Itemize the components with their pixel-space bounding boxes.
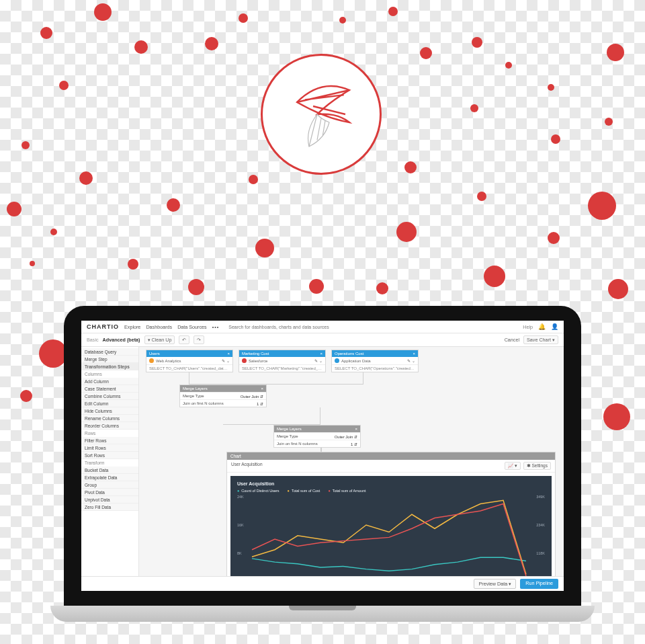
sidebar-reorder-columns[interactable]: Reorder Columns bbox=[81, 422, 138, 430]
sidebar-extrapolate-data[interactable]: Extrapolate Data bbox=[81, 474, 138, 481]
laptop-mockup: CHARTIO Explore Dashboards Data Sources … bbox=[64, 306, 581, 622]
legend-users[interactable]: Count of Distinct Users bbox=[237, 489, 280, 493]
sidebar-case-statement[interactable]: Case Statement bbox=[81, 385, 138, 393]
nav-data-sources[interactable]: Data Sources bbox=[177, 324, 207, 330]
sidebar-sort-rows[interactable]: Sort Rows bbox=[81, 452, 138, 459]
legend-amount[interactable]: Total sum of Amount bbox=[328, 489, 366, 493]
source-icon bbox=[242, 358, 247, 363]
merge-layers-1[interactable]: Merge Layers× Merge TypeOuter Join ⇵ Joi… bbox=[179, 385, 267, 407]
source-icon bbox=[335, 358, 339, 363]
close-icon[interactable]: × bbox=[261, 387, 263, 391]
sidebar-filter-rows[interactable]: Filter Rows bbox=[81, 437, 138, 444]
sidebar-group-columns: Columns bbox=[81, 370, 138, 378]
sidebar-pivot-data[interactable]: Pivot Data bbox=[81, 489, 138, 496]
chart-type-button[interactable]: 📈 ▾ bbox=[505, 462, 521, 470]
merge-layers-2[interactable]: Merge Layers× Merge TypeOuter Join ⇵ Joi… bbox=[273, 425, 361, 448]
brand: CHARTIO bbox=[87, 323, 119, 330]
app-screen: CHARTIO Explore Dashboards Data Sources … bbox=[81, 321, 564, 591]
sidebar-limit-rows[interactable]: Limit Rows bbox=[81, 444, 138, 452]
save-chart-button[interactable]: Save Chart ▾ bbox=[523, 335, 558, 344]
chart-title: User Acquisition bbox=[237, 481, 545, 486]
sidebar-zero-fill-data[interactable]: Zero Fill Data bbox=[81, 504, 138, 511]
pipeline-canvas[interactable]: Users× Web Analytics✎ ⌄ SELECT TO_CHAR("… bbox=[139, 347, 564, 576]
sidebar-group-rows: Rows bbox=[81, 430, 138, 437]
sidebar-edit-column[interactable]: Edit Column bbox=[81, 400, 138, 407]
step-sidebar: Database Query Merge Step Transformation… bbox=[81, 347, 139, 576]
card-users[interactable]: Users× Web Analytics✎ ⌄ SELECT TO_CHAR("… bbox=[146, 350, 233, 372]
sidebar-bucket-data[interactable]: Bucket Data bbox=[81, 467, 138, 474]
chart-subtitle: User Acquisition bbox=[231, 462, 263, 470]
sidebar-db-query[interactable]: Database Query bbox=[81, 348, 138, 356]
sidebar-combine-columns[interactable]: Combine Columns bbox=[81, 393, 138, 400]
sidebar-group-step[interactable]: Group bbox=[81, 481, 138, 489]
sidebar-unpivot-data[interactable]: Unpivot Data bbox=[81, 496, 138, 504]
run-pipeline-button[interactable]: Run Pipeline bbox=[520, 579, 558, 589]
sidebar-group-transform: Transform bbox=[81, 459, 138, 467]
sidebar-section-steps: Transformation Steps bbox=[81, 363, 138, 370]
redo-button[interactable]: ↷ bbox=[194, 335, 204, 344]
cancel-button[interactable]: Cancel bbox=[505, 337, 519, 343]
footer-bar: Preview Data ▾ Run Pipeline bbox=[81, 576, 564, 591]
top-bar: CHARTIO Explore Dashboards Data Sources … bbox=[81, 321, 564, 333]
mode-advanced[interactable]: Advanced (beta) bbox=[103, 337, 140, 343]
sidebar-add-column[interactable]: Add Column bbox=[81, 378, 138, 385]
user-icon[interactable]: 👤 bbox=[551, 323, 558, 330]
close-icon[interactable]: × bbox=[227, 352, 230, 356]
top-nav: Explore Dashboards Data Sources ••• bbox=[124, 324, 219, 330]
undo-button[interactable]: ↶ bbox=[179, 335, 189, 344]
sidebar-merge-step[interactable]: Merge Step bbox=[81, 356, 138, 363]
sql-server-logo bbox=[261, 54, 382, 175]
sidebar-rename-columns[interactable]: Rename Columns bbox=[81, 415, 138, 422]
mode-basic[interactable]: Basic bbox=[87, 337, 99, 343]
card-operations[interactable]: Operations Cost× Application Data✎ ⌄ SEL… bbox=[331, 350, 419, 372]
chart-panel: Chart User Acquisition 📈 ▾ ✱ Settings Us… bbox=[226, 452, 556, 576]
chart-plot: 08K16K24K2.77K118K234K349KSep 2016Nov 20… bbox=[237, 495, 545, 576]
nav-dashboards[interactable]: Dashboards bbox=[146, 324, 172, 330]
nav-explore[interactable]: Explore bbox=[124, 324, 140, 330]
close-icon[interactable]: × bbox=[320, 352, 322, 356]
bell-icon[interactable]: 🔔 bbox=[538, 323, 546, 330]
card-marketing[interactable]: Marketing Cost× Salesforce✎ ⌄ SELECT TO_… bbox=[239, 350, 326, 372]
nav-more-icon[interactable]: ••• bbox=[212, 324, 220, 330]
cleanup-button[interactable]: ▾ Clean Up bbox=[144, 335, 175, 344]
chart-settings-button[interactable]: ✱ Settings bbox=[523, 462, 551, 470]
sidebar-hide-columns[interactable]: Hide Columns bbox=[81, 407, 138, 415]
source-icon bbox=[149, 358, 154, 363]
preview-data-button[interactable]: Preview Data ▾ bbox=[474, 579, 516, 589]
close-icon[interactable]: × bbox=[413, 352, 415, 356]
legend-cost[interactable]: Total sum of Cost bbox=[288, 489, 320, 493]
search-input[interactable] bbox=[228, 325, 517, 329]
mode-toolbar: Basic Advanced (beta) ▾ Clean Up ↶ ↷ Can… bbox=[81, 333, 564, 347]
chart-area: User Acquisition Count of Distinct Users… bbox=[230, 476, 552, 576]
help-link[interactable]: Help bbox=[523, 324, 533, 330]
close-icon[interactable]: × bbox=[355, 427, 357, 431]
chart-panel-header: Chart bbox=[227, 452, 555, 460]
